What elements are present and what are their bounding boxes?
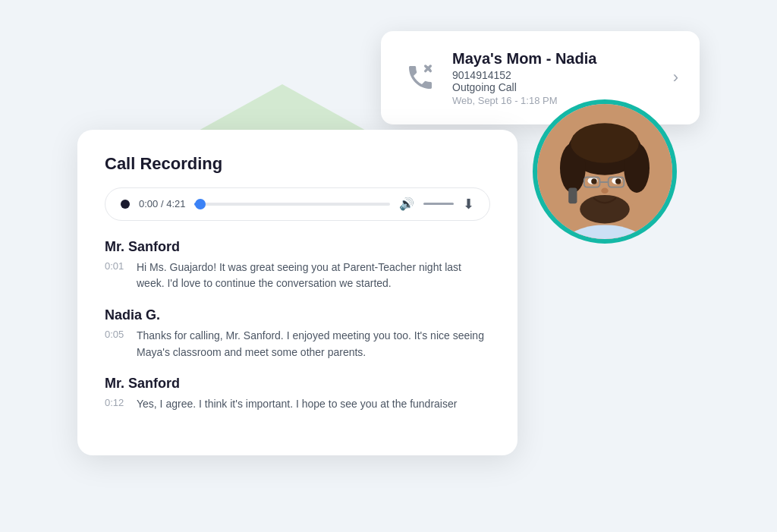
download-icon[interactable]: ⬇: [463, 196, 474, 212]
time-display: 0:00 / 4:21: [139, 198, 185, 209]
audio-player[interactable]: 0:00 / 4:21 🔊 ⬇: [105, 187, 490, 221]
svg-rect-18: [568, 187, 577, 203]
call-type: Outgoing Call: [452, 81, 659, 93]
volume-icon[interactable]: 🔊: [399, 197, 414, 211]
total-time: 4:21: [166, 198, 185, 209]
call-card: Maya's Mom - Nadia 9014914152 Outgoing C…: [381, 31, 700, 124]
chevron-right-icon[interactable]: ›: [673, 68, 678, 87]
current-time: 0:00: [139, 198, 158, 209]
transcript-line-3: 0:12 Yes, I agree. I think it's importan…: [105, 396, 490, 413]
svg-point-16: [601, 187, 608, 193]
svg-point-12: [615, 178, 621, 184]
volume-bar[interactable]: [423, 203, 454, 205]
scene: Maya's Mom - Nadia 9014914152 Outgoing C…: [77, 31, 700, 502]
svg-point-17: [580, 194, 630, 222]
progress-bar[interactable]: [194, 203, 390, 206]
speaker-name-2: Nadia G.: [105, 307, 490, 323]
contact-name: Maya's Mom - Nadia: [452, 49, 659, 68]
play-button[interactable]: [121, 200, 130, 209]
avatar: [533, 99, 677, 244]
speaker-name-3: Mr. Sanford: [105, 376, 490, 392]
transcript-text-2: Thanks for calling, Mr. Sanford. I enjoy…: [137, 328, 490, 360]
transcript-line-2: 0:05 Thanks for calling, Mr. Sanford. I …: [105, 328, 490, 360]
transcript-text-3: Yes, I agree. I think it's important. I …: [137, 396, 457, 413]
timestamp-1: 0:01: [105, 260, 126, 272]
speaker-name-1: Mr. Sanford: [105, 239, 490, 255]
timestamp-2: 0:05: [105, 328, 126, 340]
transcript-block-2: Nadia G. 0:05 Thanks for calling, Mr. Sa…: [105, 307, 490, 360]
progress-thumb[interactable]: [195, 199, 206, 209]
transcript-text-1: Hi Ms. Guajardo! It was great seeing you…: [137, 260, 490, 292]
transcript-line-1: 0:01 Hi Ms. Guajardo! It was great seein…: [105, 260, 490, 292]
phone-number: 9014914152: [452, 69, 659, 81]
transcript-block-3: Mr. Sanford 0:12 Yes, I agree. I think i…: [105, 376, 490, 413]
timestamp-3: 0:12: [105, 396, 126, 408]
svg-point-11: [591, 178, 596, 184]
call-info: Maya's Mom - Nadia 9014914152 Outgoing C…: [452, 49, 659, 106]
phone-icon: [402, 59, 439, 96]
card-title: Call Recording: [105, 154, 490, 174]
transcript-block-1: Mr. Sanford 0:01 Hi Ms. Guajardo! It was…: [105, 239, 490, 292]
svg-point-8: [571, 123, 639, 162]
recording-card: Call Recording 0:00 / 4:21 🔊 ⬇ Mr. Sanfo…: [77, 130, 517, 455]
